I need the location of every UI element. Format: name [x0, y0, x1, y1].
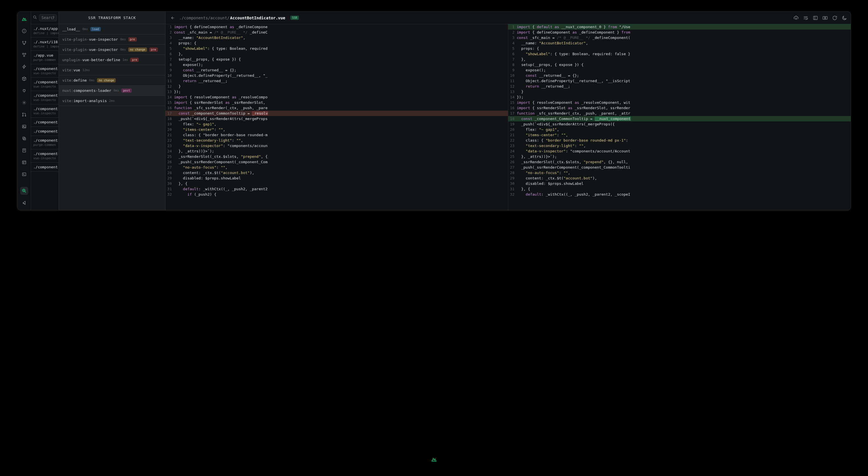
refresh-icon[interactable]: [832, 15, 838, 21]
svg-line-27: [36, 18, 36, 19]
file-item[interactable]: ./component: [31, 118, 59, 127]
code-line: 25 _ssrRenderSlot(_ctx.$slots, "prepend"…: [165, 154, 508, 159]
svg-point-11: [23, 116, 23, 116]
inspect-active-icon[interactable]: [20, 187, 28, 195]
nuxt-logo-icon[interactable]: [20, 15, 28, 23]
info-icon[interactable]: [20, 27, 28, 35]
code-line: 18 _push(`<div${_ssrRenderAttrs(_mergePr…: [165, 116, 508, 121]
code-line: 4 props: {: [165, 40, 508, 46]
image-icon[interactable]: [20, 123, 28, 130]
plug-icon[interactable]: [20, 87, 28, 95]
code-line: 29 content: _ctx.$t("account.bot"),: [508, 176, 851, 181]
code-line: 26 _ssrRenderSlot(_ctx.$slots, "prepend"…: [508, 159, 851, 165]
svg-point-3: [23, 41, 23, 42]
code-line: 14});: [508, 94, 851, 100]
breadcrumb: ./components/account/AccountBotIndicator…: [179, 15, 285, 20]
svg-rect-28: [813, 16, 817, 20]
code-line: 11 Object.defineProperty(__returned__, "…: [508, 78, 851, 84]
file-item[interactable]: ./componentvue-inspecto: [31, 149, 59, 163]
code-line: 20 flex: "~ gap1",: [508, 127, 851, 132]
moon-icon[interactable]: [842, 15, 847, 21]
file-item[interactable]: ./componentpurge-commen: [31, 136, 59, 149]
stack-row[interactable]: vite:define0msno change: [59, 75, 165, 86]
code-line: 27 "no-auto-focus": "",: [165, 165, 508, 170]
stack-row[interactable]: vite:import-analysis2ms: [59, 96, 165, 106]
code-line: 14import { resolveComponent as _resolveC…: [165, 94, 508, 100]
vscode-icon[interactable]: [20, 199, 28, 207]
code-line: 30 }, {: [165, 181, 508, 186]
topbar: ./components/account/AccountBotIndicator…: [165, 12, 851, 24]
svg-point-12: [25, 116, 26, 116]
wrap-icon[interactable]: [803, 15, 809, 21]
code-line: 5 "showLabel": { type: Boolean, required: [165, 46, 508, 51]
diff-pane-right[interactable]: 1import { default as __nuxt_component_0 …: [508, 24, 851, 210]
copy-icon[interactable]: [20, 134, 28, 142]
stack-row[interactable]: vite-plugin-vue-inspector0msno changepre: [59, 45, 165, 55]
code-line: 3 __name: "AccountBotIndicator",: [165, 35, 508, 40]
file-item[interactable]: ./component: [31, 163, 59, 172]
code-line: 10 const __returned__ = {};: [508, 73, 851, 78]
stack-row[interactable]: unplugin-vue-better-define1mspre: [59, 55, 165, 65]
cloud-download-icon[interactable]: [793, 15, 799, 21]
code-line: 21 class: { "border border-base rounded-…: [165, 132, 508, 138]
code-line: 7 },: [508, 57, 851, 62]
code-line: 21 "items-center": "",: [508, 132, 851, 138]
svg-line-25: [25, 191, 26, 192]
code-line: 29 disabled: $props.showLabel: [165, 176, 508, 181]
diff-pane-left[interactable]: 1import { defineComponent as _defineComp…: [165, 24, 508, 210]
nuxt-float-badge[interactable]: [430, 457, 438, 462]
ssr-badge: SSR: [290, 15, 299, 20]
svg-point-9: [23, 102, 25, 103]
terminal-icon[interactable]: [20, 170, 28, 178]
code-line: 12 }: [165, 84, 508, 89]
stack-row[interactable]: vite:vue12ms: [59, 65, 165, 75]
code-line: 22 class: { "border border-base rounded-…: [508, 138, 851, 143]
file-item[interactable]: ./component: [31, 127, 59, 136]
file-item[interactable]: ./app.vuepurge-commen: [31, 51, 59, 64]
file-item[interactable]: ./componentvue-inspecto: [31, 104, 59, 118]
code-line: 23 "text-secondary-light": "",: [508, 143, 851, 149]
code-line: 32 default: _withCtx((_, _push2, _parent…: [508, 192, 851, 197]
code-line: 7 setup(__props, { expose }) {: [165, 57, 508, 62]
svg-point-8: [23, 56, 25, 57]
code-line: 11 return __returned__;: [165, 78, 508, 84]
stack-row[interactable]: vite-plugin-vue-inspector0mspre: [59, 34, 165, 45]
code-line: 10 Object.defineProperty(__returned__, "…: [165, 73, 508, 78]
stack-row[interactable]: nuxt:components-loader0mspost: [59, 86, 165, 96]
code-line: 24 }, _attrs))}>`);: [165, 149, 508, 154]
code-line: 17function _sfc_ssrRender(_ctx, _push, _…: [508, 110, 851, 116]
code-line: 16import { ssrRenderSlot as _ssrRenderSl…: [508, 105, 851, 110]
file-item[interactable]: ./componentvue-inspecto: [31, 64, 59, 77]
code-line: 28 content: _ctx.$t("account.bot"),: [165, 170, 508, 176]
svg-rect-23: [23, 173, 26, 176]
code-line: 8 setup(__props, { expose }) {: [508, 62, 851, 67]
main-area: ./components/account/AccountBotIndicator…: [165, 12, 851, 210]
file-item[interactable]: ./.nuxt/appdefine | impor: [31, 24, 59, 37]
panel-left-icon[interactable]: [812, 15, 818, 21]
svg-point-26: [34, 16, 36, 18]
svg-point-4: [25, 41, 26, 42]
gear-icon[interactable]: [20, 99, 28, 107]
file-item[interactable]: ./componentvue-inspecto: [31, 91, 59, 104]
layout-icon[interactable]: [20, 158, 28, 166]
back-button[interactable]: [169, 14, 176, 21]
book-icon[interactable]: [20, 147, 28, 154]
topbar-actions: [793, 15, 847, 21]
pull-request-icon[interactable]: [20, 110, 28, 119]
code-line: 31 default: _withCtx((_, _push2, _parent…: [165, 186, 508, 192]
code-line: 32 if (_push2) {: [165, 192, 508, 197]
stack-row[interactable]: __load__0msload: [59, 24, 165, 34]
code-line: 31 }, {: [508, 186, 851, 192]
modules-icon[interactable]: [20, 51, 28, 59]
code-line: 6 },: [165, 51, 508, 57]
box-icon[interactable]: [20, 75, 28, 83]
code-line: 4 __name: "AccountBotIndicator",: [508, 40, 851, 46]
code-line: 25 }, _attrs))}>`);: [508, 154, 851, 159]
code-line: 3const _sfc_main = /* @__PURE__ */ _defi…: [508, 35, 851, 40]
bolt-icon[interactable]: [20, 63, 28, 71]
search-input[interactable]: [39, 14, 57, 21]
file-item[interactable]: ./componentvue-inspecto: [31, 77, 59, 91]
branch-icon[interactable]: [20, 39, 28, 47]
diff-icon[interactable]: [822, 15, 828, 21]
file-item[interactable]: ./.nuxt/i18define | impor: [31, 37, 59, 51]
